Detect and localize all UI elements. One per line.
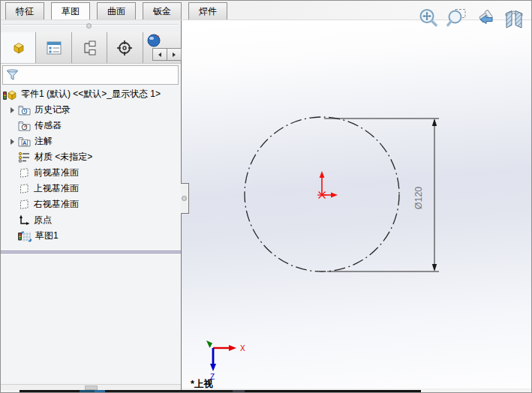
tab-propertymanager[interactable] [36, 32, 71, 63]
twist-spacer [7, 120, 18, 131]
section-view-button[interactable] [502, 6, 525, 29]
taskbar-segment [95, 390, 105, 393]
taskbar-fragment [1, 390, 532, 393]
tab-configurationmanager[interactable] [72, 32, 107, 63]
triad-x-label: X [240, 344, 245, 352]
view-orientation-label: *上视 [191, 378, 213, 391]
tree-item-label: 零件1 (默认) <<默认>_显示状态 1> [21, 88, 161, 100]
plane-icon [18, 199, 30, 210]
sketch-canvas[interactable]: Ø120 X Z [182, 20, 532, 388]
panel-collapse-button[interactable] [182, 196, 187, 201]
section-view-icon [503, 7, 525, 29]
tab-sketch[interactable]: 草图 [51, 2, 90, 20]
expand-arrow-icon[interactable] [7, 136, 18, 147]
headsup-toolbar [416, 6, 525, 29]
plane-icon [18, 183, 30, 194]
tree-item-label: 前视基准面 [34, 166, 79, 179]
zoom-to-fit-icon [417, 7, 440, 29]
previous-view-icon [474, 7, 497, 29]
material-icon [18, 152, 31, 163]
plane-icon [18, 167, 30, 178]
arrow-left-icon [157, 52, 163, 58]
tree-item-sensors[interactable]: 传感器 [1, 118, 181, 134]
tree-item-label: 注解 [35, 135, 53, 148]
annotations-folder-icon: A [18, 136, 31, 147]
tree-item-origin[interactable]: 原点 [1, 212, 181, 228]
origin-icon [18, 214, 30, 226]
panel-collapse-dot[interactable] [86, 23, 92, 28]
tree-item-material[interactable]: 材质 <未指定> [1, 149, 181, 165]
twist-spacer [7, 152, 18, 163]
panel-resize-handle[interactable] [181, 183, 189, 214]
graphics-viewport[interactable]: Ø120 X Z [182, 20, 532, 388]
arrow-right-icon [171, 52, 177, 58]
tree-item-top-plane[interactable]: 上视基准面 [1, 181, 181, 196]
filter-box[interactable] [2, 65, 179, 85]
expand-arrow-icon[interactable] [7, 104, 18, 116]
tree-item-label: 上视基准面 [34, 182, 79, 195]
tab-surfaces[interactable]: 曲面 [97, 2, 136, 20]
scroll-right-button[interactable] [167, 48, 182, 61]
twist-spacer [7, 167, 18, 178]
solidworks-window: 特征 草图 曲面 钣金 焊件 Ø120 [0, 0, 532, 393]
dimxpertmanager-icon [116, 40, 134, 56]
tab-weldments[interactable]: 焊件 [188, 2, 227, 20]
twist-spacer [7, 214, 18, 226]
history-folder-icon [18, 104, 31, 116]
triad-y-axis [206, 340, 212, 348]
tree-item-sketch1[interactable]: 草图1 [1, 228, 181, 244]
tab-featuremanager[interactable] [1, 32, 36, 63]
twist-spacer [7, 199, 18, 210]
tab-sheet-metal[interactable]: 钣金 [143, 2, 182, 20]
tree-item-label: 原点 [34, 214, 52, 226]
twist-spacer [7, 230, 18, 242]
taskbar-segment [80, 390, 95, 393]
panel-top-strip [1, 20, 181, 32]
propertymanager-icon [46, 40, 62, 56]
zoom-to-fit-button[interactable] [416, 6, 440, 29]
part-icon [3, 88, 17, 100]
svg-text:A: A [23, 140, 27, 146]
dimension-text[interactable]: Ø120 [413, 187, 424, 210]
panel-horizontal-scrollbar[interactable] [1, 384, 181, 390]
zoom-to-area-button[interactable] [445, 6, 468, 29]
tree-item-front-plane[interactable]: 前视基准面 [1, 165, 181, 181]
featuremanager-icon [9, 40, 27, 56]
feature-tree: 零件1 (默认) <<默认>_显示状态 1> 历史记录 [1, 86, 181, 244]
tree-item-history[interactable]: 历史记录 [1, 102, 181, 118]
tab-features[interactable]: 特征 [5, 2, 44, 20]
sketch-icon [18, 230, 32, 242]
configurationmanager-icon [81, 40, 98, 56]
tree-item-annotations[interactable]: A 注解 [1, 134, 181, 149]
sensors-folder-icon [18, 120, 31, 131]
diameter-dimension[interactable]: Ø120 [324, 118, 439, 272]
filter-funnel-icon [6, 69, 19, 82]
tree-item-label: 历史记录 [35, 104, 71, 116]
tab-dimxpertmanager[interactable] [107, 32, 143, 63]
tree-item-label: 右视基准面 [34, 198, 79, 211]
manager-tab-scroll [153, 48, 182, 61]
taskbar-segment [105, 390, 233, 393]
reference-triad: X Z [206, 340, 245, 381]
taskbar-segment [233, 390, 245, 393]
scroll-left-button[interactable] [152, 48, 167, 61]
tree-item-label: 草图1 [35, 230, 59, 242]
tree-item-label: 材质 <未指定> [35, 151, 92, 164]
taskbar-segment [20, 390, 80, 393]
tree-splitter[interactable] [1, 250, 181, 254]
previous-view-button[interactable] [473, 6, 497, 29]
tree-item-right-plane[interactable]: 右视基准面 [1, 196, 181, 212]
sketch-origin[interactable] [317, 171, 338, 199]
zoom-to-area-icon [446, 7, 468, 29]
tree-item-label: 传感器 [35, 119, 62, 132]
taskbar-segment [245, 390, 421, 393]
feature-manager-panel: 零件1 (默认) <<默认>_显示状态 1> 历史记录 [1, 20, 182, 390]
twist-spacer [7, 183, 18, 194]
displaymanager-icon [146, 34, 161, 47]
tree-item-part-root[interactable]: 零件1 (默认) <<默认>_显示状态 1> [1, 86, 181, 102]
